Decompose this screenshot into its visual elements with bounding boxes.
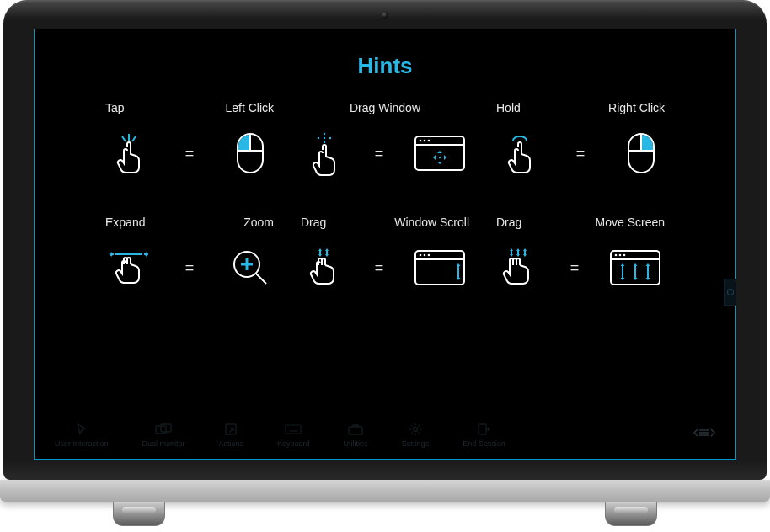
hints-row: Expand Zoom (105, 215, 665, 291)
result-label: Move Screen (596, 215, 665, 229)
svg-line-2 (132, 136, 136, 141)
toolbar-label: Actions (219, 439, 244, 448)
result-label: Right Click (608, 101, 665, 114)
result-label: Left Click (225, 101, 274, 114)
equals-icon: = (370, 259, 389, 277)
toolbar-dual-monitor[interactable]: Dual monitor (142, 422, 185, 448)
hint-drag-move-screen: Drag Move Screen (496, 215, 665, 291)
gear-icon (407, 422, 424, 437)
gesture-label: Tap (105, 101, 125, 114)
gesture-label: Expand (105, 215, 145, 229)
webcam-icon (382, 12, 388, 19)
window-pan-icon (606, 244, 665, 291)
window-move-icon (410, 130, 469, 177)
laptop-base (0, 480, 770, 502)
result-label: Window Scroll (394, 215, 469, 229)
equals-icon: = (180, 145, 200, 162)
toolbar-label: Keyboard (277, 439, 310, 448)
svg-point-15 (428, 140, 430, 142)
mouse-left-click-icon (227, 130, 274, 177)
toolbar-actions[interactable]: Actions (219, 422, 244, 448)
toolbar-end-session[interactable]: End Session (463, 422, 505, 448)
bottom-toolbar: User Interaction Dual monitor Actions (35, 410, 735, 459)
svg-point-16 (439, 157, 441, 158)
svg-rect-57 (479, 424, 486, 434)
side-handle[interactable] (724, 279, 736, 306)
tap-icon (105, 130, 152, 177)
two-finger-vertical-icon (301, 244, 348, 291)
svg-point-44 (728, 289, 734, 295)
hint-expand-zoom: Expand Zoom (105, 215, 274, 291)
svg-point-39 (619, 254, 622, 257)
equals-icon: = (370, 145, 389, 162)
svg-point-38 (615, 254, 618, 257)
svg-point-29 (420, 254, 422, 257)
svg-point-31 (428, 254, 430, 257)
toolbar-collapse-button[interactable] (693, 427, 715, 442)
gesture-label: Hold (496, 101, 521, 114)
briefcase-icon (347, 422, 364, 437)
equals-icon: = (565, 259, 585, 277)
svg-point-9 (329, 137, 331, 139)
hints-row: Tap Left Click (105, 101, 665, 177)
svg-rect-55 (349, 427, 362, 434)
svg-line-22 (256, 274, 266, 284)
zoom-icon (227, 244, 274, 291)
svg-point-56 (413, 427, 417, 431)
svg-rect-48 (286, 425, 301, 434)
svg-point-10 (324, 141, 325, 143)
toolbar-user-interaction[interactable]: User Interaction (55, 422, 109, 448)
toolbar-label: End Session (463, 439, 505, 448)
toolbar-settings[interactable]: Settings (402, 422, 430, 448)
svg-point-7 (324, 133, 325, 135)
svg-point-30 (424, 254, 426, 257)
svg-point-13 (420, 140, 422, 142)
gesture-label: Drag (496, 215, 521, 229)
monitors-icon (155, 422, 172, 437)
svg-point-8 (318, 137, 319, 139)
hint-drag-window-scroll: Drag Window Scroll (301, 215, 469, 291)
cursor-icon (73, 422, 90, 437)
screen: Hints Tap Left Click (34, 29, 736, 460)
laptop-hinge (605, 502, 657, 526)
laptop-frame: Hints Tap Left Click (3, 0, 767, 532)
keyboard-icon (285, 422, 302, 437)
page-title: Hints (35, 29, 735, 79)
toolbar-keyboard[interactable]: Keyboard (277, 422, 310, 448)
window-scroll-icon (410, 244, 469, 291)
hint-drag-window: Drag Window (301, 101, 469, 177)
laptop-lid: Hints Tap Left Click (3, 0, 767, 480)
svg-line-1 (122, 136, 126, 141)
svg-point-40 (623, 254, 626, 257)
toolbar-label: Settings (402, 439, 430, 448)
hold-icon (496, 130, 543, 177)
svg-rect-27 (415, 251, 464, 285)
actions-icon (222, 422, 239, 437)
equals-icon: = (571, 145, 591, 162)
drag-finger-icon (301, 130, 348, 177)
mouse-right-click-icon (618, 130, 665, 177)
hint-hold-right-click: Hold Right Click = (496, 101, 665, 177)
result-label: Zoom (243, 215, 274, 229)
three-finger-vertical-icon (496, 244, 543, 291)
gesture-label: Drag (301, 215, 326, 229)
svg-point-14 (424, 140, 426, 142)
exit-icon (475, 422, 492, 437)
toolbar-label: Dual monitor (142, 439, 185, 448)
toolbar-label: User Interaction (55, 439, 109, 448)
toolbar-utilities[interactable]: Utilities (344, 422, 368, 448)
hint-tap-left-click: Tap Left Click (105, 101, 274, 177)
hints-grid: Tap Left Click (35, 101, 735, 291)
equals-icon: = (180, 259, 200, 277)
laptop-hinge (113, 502, 165, 526)
pinch-icon (105, 244, 152, 291)
svg-rect-47 (226, 424, 236, 434)
result-label: Drag Window (350, 101, 420, 114)
toolbar-label: Utilities (344, 439, 368, 448)
svg-point-6 (324, 137, 325, 139)
